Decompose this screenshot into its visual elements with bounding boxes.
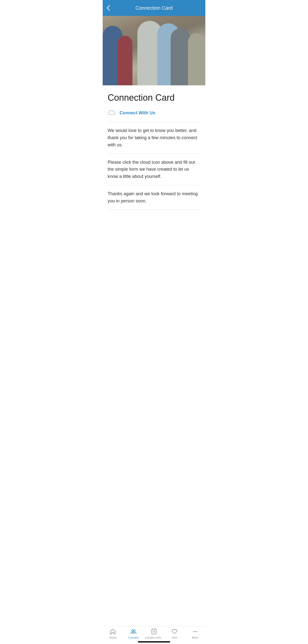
hero-image: [103, 16, 205, 85]
header-title: Connection Card: [136, 5, 172, 11]
divider-3: [108, 185, 200, 185]
cloud-icon: [108, 110, 116, 116]
divider-4: [108, 210, 200, 210]
connect-with-us-label: Connect With Us: [120, 110, 155, 116]
paragraph-3: Thanks again and we look forward to meet…: [108, 190, 200, 205]
divider-2: [108, 154, 200, 154]
paragraph-1: We would love to get to know you better,…: [108, 127, 200, 148]
paragraph-2: Please click the cloud icon above and fi…: [108, 159, 200, 180]
main-content: Connection Card Connect With Us We would…: [103, 85, 205, 210]
header: Connection Card: [103, 0, 205, 16]
divider-1: [108, 122, 200, 122]
back-button[interactable]: [107, 5, 110, 11]
connect-with-us-row[interactable]: Connect With Us: [108, 110, 200, 117]
page-title: Connection Card: [108, 92, 200, 103]
